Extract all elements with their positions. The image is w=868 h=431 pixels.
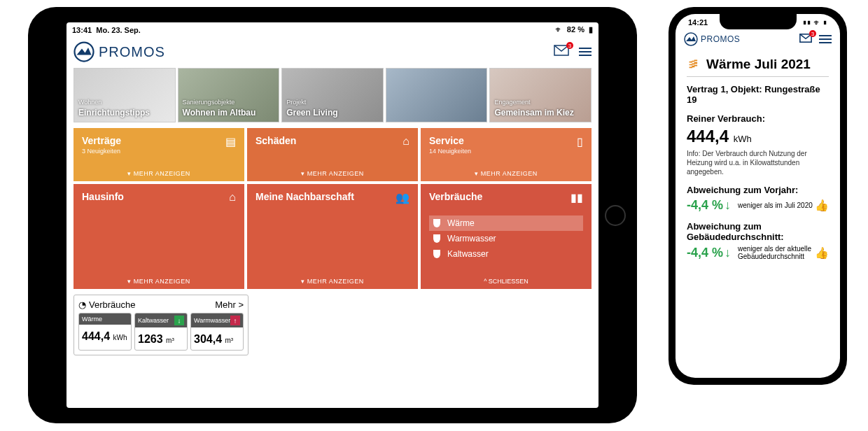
mail-badge: 3	[566, 42, 573, 49]
status-time: 14:21	[688, 18, 708, 27]
battery-pct: 82 %	[567, 25, 584, 34]
menu-button[interactable]	[579, 48, 592, 56]
meter-icon: ◔	[78, 299, 86, 310]
widget-card[interactable]: Kaltwasser ↓ 1263 m³	[134, 313, 188, 351]
arrow-down-icon: ↓	[724, 246, 731, 260]
status-date: Mo. 23. Sep.	[96, 26, 141, 34]
tile-nachbarschaft[interactable]: Meine Nachbarschaft 👥 ▾ MEHR ANZEIGEN	[247, 184, 418, 289]
phone-screen: 14:21 ▮▮ ᯤ ▮ PROMOS 3	[676, 14, 840, 378]
tile-verbraeuche[interactable]: Verbräuche ▮▮ Wärme Warmwasser Kaltwasse…	[421, 184, 592, 289]
tile-service[interactable]: Service 14 Neuigkeiten ▯ ▾ MEHR ANZEIGEN	[421, 128, 592, 181]
consumption-list: Wärme Warmwasser Kaltwasser	[429, 216, 583, 262]
chart-icon: ▮▮	[570, 191, 583, 204]
tile-grid: Verträge 3 Neuigkeiten ▤ ▾ MEHR ANZEIGEN…	[66, 122, 598, 295]
label-reiner: Reiner Verbrauch:	[687, 113, 829, 124]
list-item[interactable]: Kaltwasser	[429, 246, 583, 262]
tile-schaeden[interactable]: Schäden ⌂ ▾ MEHR ANZEIGEN	[247, 128, 418, 181]
tablet-screen: 13:41 Mo. 23. Sep. ᯤ 82 % ▮ PROMOS	[66, 22, 598, 408]
list-item[interactable]: Wärme	[429, 216, 583, 231]
brand-text: PROMOS	[99, 44, 165, 60]
consumption-widget: ◔ Verbräuche Mehr > Wärme 444,4 kWh Kalt…	[74, 295, 248, 355]
banner-card[interactable]	[386, 68, 488, 122]
list-item[interactable]: Warmwasser	[429, 231, 583, 246]
phone-frame: 14:21 ▮▮ ᯤ ▮ PROMOS 3	[668, 7, 847, 385]
collapse-button[interactable]: ^ SCHLIESSEN	[429, 278, 583, 285]
brand-logo[interactable]: PROMOS	[74, 41, 165, 62]
brand-logo[interactable]: PROMOS	[684, 32, 740, 46]
expand-button[interactable]: ▾ MEHR ANZEIGEN	[82, 170, 236, 177]
dev2-label: Abweichung zum Gebäudedurchschnitt:	[687, 221, 829, 242]
people-icon: 👥	[396, 191, 410, 204]
app-header: PROMOS 3	[676, 28, 840, 50]
card-icon: ▯	[577, 135, 583, 148]
phone-notch	[720, 14, 797, 29]
app-header: PROMOS 3	[66, 37, 598, 66]
trend-down-icon: ↓	[174, 316, 184, 325]
battery-icon: ▮	[589, 25, 593, 34]
wifi-icon: ᯤ	[555, 25, 563, 34]
banner-card[interactable]: Wohnen Einrichtungstipps	[74, 68, 176, 122]
status-bar: 13:41 Mo. 23. Sep. ᯤ 82 % ▮	[66, 22, 598, 37]
page-title: ꠵ Wärme Juli 2021	[687, 56, 829, 72]
widget-card[interactable]: Warmwasser ↑ 304,4 m³	[190, 313, 244, 351]
mail-button[interactable]: 3	[799, 33, 812, 45]
heat-icon: ꠵	[687, 56, 701, 72]
arrow-down-icon: ↓	[724, 198, 731, 213]
mail-button[interactable]: 3	[554, 45, 569, 59]
banner-card[interactable]: Sanierungsobjekte Wohnen im Altbau	[178, 68, 280, 122]
more-link[interactable]: Mehr >	[215, 299, 244, 310]
widget-card[interactable]: Wärme 444,4 kWh	[78, 313, 132, 351]
dev2-row: -4,4 %↓ weniger als der aktuelle Gebäude…	[687, 245, 829, 260]
document-icon: ▤	[225, 135, 236, 148]
expand-button[interactable]: ▾ MEHR ANZEIGEN	[255, 170, 410, 177]
house-icon: ⌂	[229, 191, 236, 204]
contract-line: Vertrag 1, Objekt: Rungestraße 19	[687, 84, 829, 105]
menu-button[interactable]	[819, 35, 832, 43]
expand-button[interactable]: ▾ MEHR ANZEIGEN	[82, 278, 236, 285]
trend-up-icon: ↑	[230, 316, 240, 325]
tile-hausinfo[interactable]: Hausinfo ⌂ ▾ MEHR ANZEIGEN	[74, 184, 244, 289]
logo-icon	[74, 41, 94, 62]
status-time: 13:41	[72, 26, 92, 34]
banner-row: Wohnen Einrichtungstipps Sanierungsobjek…	[66, 68, 598, 122]
logo-icon	[684, 32, 698, 46]
info-text: Info: Der Verbrauch durch Nutzung der He…	[687, 149, 829, 176]
banner-card[interactable]: Engagement Gemeinsam im Kiez	[489, 68, 592, 122]
tablet-home-button[interactable]	[605, 205, 626, 226]
status-icons: ▮▮ ᯤ ▮	[803, 18, 827, 27]
tile-vertraege[interactable]: Verträge 3 Neuigkeiten ▤ ▾ MEHR ANZEIGEN	[74, 128, 244, 181]
page-body: ꠵ Wärme Juli 2021 Vertrag 1, Objekt: Run…	[676, 50, 840, 271]
consumption-value: 444,4 kWh	[687, 127, 829, 146]
expand-button[interactable]: ▾ MEHR ANZEIGEN	[429, 170, 583, 177]
tablet-frame: 13:41 Mo. 23. Sep. ᯤ 82 % ▮ PROMOS	[28, 7, 637, 423]
thumbs-up-icon: 👍	[815, 246, 829, 260]
expand-button[interactable]: ▾ MEHR ANZEIGEN	[255, 278, 410, 285]
thumbs-up-icon: 👍	[815, 199, 829, 212]
wrench-icon: ⌂	[402, 135, 410, 148]
dev1-row: -4,4 %↓ weniger als im Juli 2020 👍	[687, 198, 829, 213]
dev1-label: Abweichung zum Vorjahr:	[687, 185, 829, 195]
banner-card[interactable]: Projekt Green Living	[281, 68, 384, 122]
